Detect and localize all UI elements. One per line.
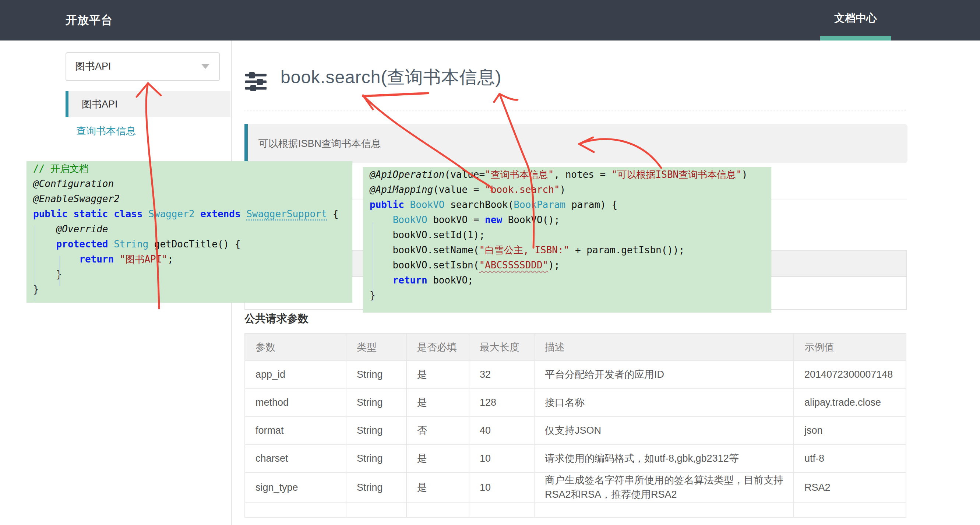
table-cell: method (245, 389, 346, 417)
note-accent-bar (245, 124, 248, 163)
code-line: return bookVO; (363, 273, 771, 288)
table-cell: RSA2 (794, 473, 906, 502)
code-line: @ApiOperation(value="查询书本信息", notes = "可… (363, 167, 771, 182)
table-row: formatString否40仅支持JSONjson (245, 417, 906, 445)
code-line: BookVO bookVO = new BookVO(); (363, 212, 771, 228)
table-cell: String (346, 473, 406, 502)
column-header: 是否必填 (406, 334, 469, 361)
common-params-table: 参数类型是否必填最大长度描述示例值 app_idString是32平台分配给开发… (245, 333, 906, 518)
code-line: @Configuration (27, 177, 352, 191)
page-title: book.search(查询书本信息) (280, 65, 501, 89)
code-line: protected String getDocTitle() { (27, 237, 352, 252)
code-line: bookVO.setId(1); (363, 228, 771, 243)
table-cell: json (794, 417, 906, 445)
main-content: book.search(查询书本信息) 可以根据ISBN查询书本信息 // 开启… (232, 40, 980, 525)
code-line: @EnableSwagger2 (27, 191, 352, 207)
column-header: 类型 (346, 334, 406, 361)
table-cell: 10 (469, 473, 534, 502)
code-line: @Override (27, 222, 352, 237)
column-header: 示例值 (794, 334, 906, 361)
table-cell: 否 (406, 417, 469, 445)
table-cell: 40 (469, 417, 534, 445)
table-row: methodString是128接口名称alipay.trade.close (245, 389, 906, 417)
table-cell (534, 502, 794, 517)
code-line: public static class Swagger2 extends Swa… (27, 207, 352, 222)
table-cell: 2014072300007148 (794, 361, 906, 389)
table-cell: 是 (406, 361, 469, 389)
active-group-bar (65, 91, 68, 117)
code-line: // 开启文档 (27, 161, 352, 177)
nav-item-label: 文档中心 (820, 0, 891, 36)
table-cell: 仅支持JSON (534, 417, 794, 445)
table-cell: 128 (469, 389, 534, 417)
table-cell: 商户生成签名字符串所使用的签名算法类型，目前支持RSA2和RSA，推荐使用RSA… (534, 473, 794, 502)
table-cell: String (346, 389, 406, 417)
table-cell (406, 502, 469, 517)
indent-guide (59, 256, 60, 286)
column-header: 描述 (534, 334, 794, 361)
table-cell: String (346, 361, 406, 389)
table-row: sign_typeString是10商户生成签名字符串所使用的签名算法类型，目前… (245, 473, 906, 502)
sidebar-link-query-book[interactable]: 查询书本信息 (76, 124, 136, 138)
code-line: } (363, 288, 771, 303)
code-line: } (27, 267, 352, 282)
nav-item-doc-center[interactable]: 文档中心 (820, 0, 891, 40)
table-cell (245, 502, 346, 517)
code-line: bookVO.setIsbn("ABCSSSSDDD"); (363, 258, 771, 273)
code-line: bookVO.setName("白雪公主, ISBN:" + param.get… (363, 243, 771, 258)
table-cell: 接口名称 (534, 389, 794, 417)
table-cell: utf-8 (794, 445, 906, 473)
api-note-text: 可以根据ISBN查询书本信息 (258, 124, 381, 163)
table-body: app_idString是32平台分配给开发者的应用ID201407230000… (245, 361, 906, 517)
table-cell: 是 (406, 473, 469, 502)
table-cell (346, 502, 406, 517)
table-cell: 是 (406, 445, 469, 473)
code-line: public BookVO searchBook(BookParam param… (363, 197, 771, 212)
table-cell: 请求使用的编码格式，如utf-8,gbk,gb2312等 (534, 445, 794, 473)
table-cell: format (245, 417, 346, 445)
table-row: charsetString是10请求使用的编码格式，如utf-8,gbk,gb2… (245, 445, 906, 473)
table-row: app_idString是32平台分配给开发者的应用ID201407230000… (245, 361, 906, 389)
table-cell: charset (245, 445, 346, 473)
sidebar-item-book-api[interactable]: 图书API (65, 91, 231, 117)
table-cell: alipay.trade.close (794, 389, 906, 417)
table-cell: 32 (469, 361, 534, 389)
table-cell: app_id (245, 361, 346, 389)
table-cell: 是 (406, 389, 469, 417)
code-line: } (27, 282, 352, 297)
sidebar-group-label: 图书API (82, 91, 118, 117)
api-note-box: 可以根据ISBN查询书本信息 (245, 124, 907, 163)
section-heading: 公共请求参数 (245, 312, 309, 326)
table-cell: String (346, 417, 406, 445)
chevron-down-icon (201, 64, 210, 69)
table-row-partial (245, 502, 906, 517)
indent-guide (372, 223, 373, 302)
table-cell: 平台分配给开发者的应用ID (534, 361, 794, 389)
table-cell: String (346, 445, 406, 473)
active-tab-indicator (820, 36, 891, 40)
table-cell: sign_type (245, 473, 346, 502)
top-navbar: 开放平台 文档中心 (0, 0, 980, 40)
table-cell: 10 (469, 445, 534, 473)
column-header: 参数 (245, 334, 346, 361)
api-select-dropdown[interactable]: 图书API (65, 52, 220, 81)
table-head: 参数类型是否必填最大长度描述示例值 (245, 334, 906, 361)
table-cell (469, 502, 534, 517)
code-line: return "图书API"; (27, 252, 352, 267)
code-line: @ApiMapping(value = "book.search") (363, 182, 771, 197)
column-header: 最大长度 (469, 334, 534, 361)
code-screenshot-search-book: @ApiOperation(value="查询书本信息", notes = "可… (363, 167, 771, 313)
title-divider (245, 110, 906, 110)
api-select-value: 图书API (75, 53, 111, 80)
indent-guide (35, 225, 35, 301)
brand-title: 开放平台 (65, 0, 113, 40)
table-cell (794, 502, 906, 517)
sliders-icon (245, 72, 267, 91)
code-screenshot-swagger-config: // 开启文档@Configuration@EnableSwagger2publ… (27, 161, 352, 302)
